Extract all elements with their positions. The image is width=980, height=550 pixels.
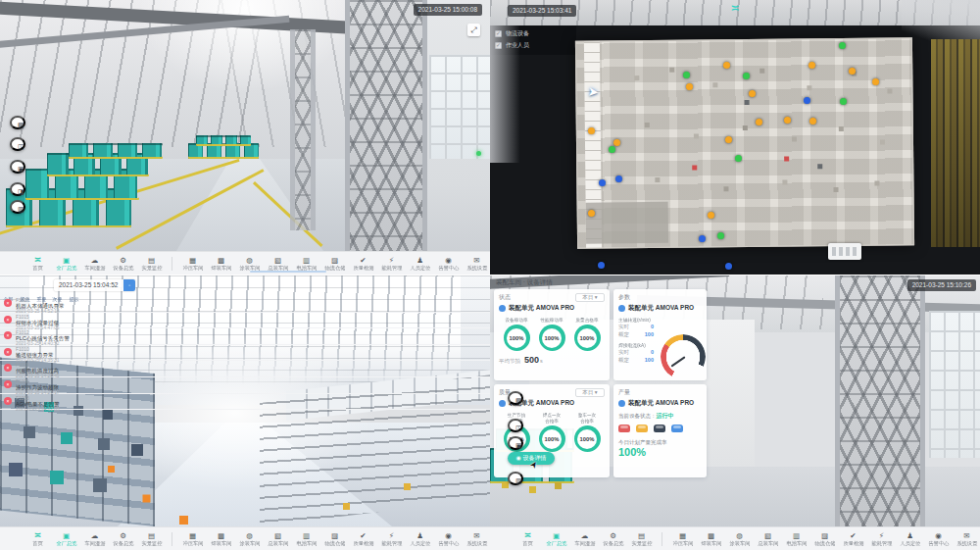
map-device-dot[interactable] bbox=[743, 73, 750, 79]
alarm-list-item[interactable]: × F1015 焊钳水冷流量过低 2021-03-25 14:47:06 bbox=[0, 313, 82, 329]
map-device-dot[interactable] bbox=[717, 232, 724, 239]
alarm-list-item[interactable]: × F1010 输送链张力异常 2021-03-25 14:35:31 bbox=[0, 345, 82, 362]
map-device-dot[interactable] bbox=[683, 72, 690, 78]
map-device-dot[interactable] bbox=[613, 139, 620, 146]
map-device-dot[interactable] bbox=[749, 90, 756, 97]
toolbar-item[interactable]: ◉ 告警中心 bbox=[924, 527, 953, 550]
toolbar-item[interactable]: ▧ 总装车间 bbox=[754, 527, 782, 550]
map-device-dot[interactable] bbox=[784, 117, 791, 124]
alarm-list-item[interactable]: × F1006 涂胶压力波动超限 2021-03-25 14:21:17 bbox=[0, 377, 82, 394]
map-device-dot[interactable] bbox=[809, 118, 816, 125]
fullscreen-button[interactable]: ⤢ bbox=[467, 24, 480, 36]
alarm-list-item[interactable]: × F1003 AGV电量不足告警 2021-03-25 14:12:03 bbox=[0, 394, 82, 411]
map-device-dot[interactable] bbox=[588, 210, 595, 217]
map-device-dot[interactable] bbox=[839, 42, 846, 49]
toolbar-item[interactable]: ▦ 冲压车间 bbox=[178, 252, 207, 275]
map-device-dot[interactable] bbox=[756, 119, 762, 125]
scene-marker-button[interactable]: ▤ bbox=[10, 116, 25, 129]
map-device-dot[interactable] bbox=[708, 212, 714, 219]
toolbar-scroll-indicator[interactable] bbox=[250, 271, 326, 273]
toolbar-item[interactable]: ✉ 系统设置 bbox=[953, 527, 980, 550]
scene-marker-button[interactable]: ◨ bbox=[10, 182, 25, 196]
toolbar-item[interactable] bbox=[166, 527, 178, 550]
toolbar-item[interactable]: ⚙ 设备总览 bbox=[109, 252, 137, 275]
toolbar-item[interactable]: ▤ 实景监控 bbox=[137, 527, 166, 550]
toolbar-item[interactable]: ♟ 人员定位 bbox=[406, 527, 434, 550]
toolbar-item[interactable]: ✔ 质量检测 bbox=[349, 252, 377, 275]
toolbar-item[interactable]: ▧ 总装车间 bbox=[264, 527, 292, 550]
toolbar-item[interactable]: ⚙ 设备总览 bbox=[599, 527, 627, 550]
map-device-dot[interactable] bbox=[599, 179, 606, 186]
toolbar-item[interactable]: ✔ 质量检测 bbox=[349, 527, 377, 550]
toolbar-item[interactable]: ▨ 物流仓储 bbox=[320, 527, 349, 550]
toolbar-item[interactable]: ≍ 首页 bbox=[514, 527, 542, 550]
toolbar-item[interactable]: ☁ 车间漫游 bbox=[80, 252, 109, 275]
map-device-dot[interactable] bbox=[588, 127, 595, 134]
toolbar-item[interactable]: ▩ 焊装车间 bbox=[207, 527, 235, 550]
toolbar-item[interactable]: ▨ 物流仓储 bbox=[810, 527, 839, 550]
toolbar-item-label: 电池车间 bbox=[296, 540, 317, 547]
toolbar-item[interactable]: ✔ 质量检测 bbox=[839, 527, 867, 550]
scene-marker-button[interactable]: ▣ bbox=[508, 436, 523, 450]
toolbar-item[interactable]: ⚡ 能耗管理 bbox=[867, 527, 896, 550]
alarm-list-item[interactable]: × F1017 机器人本体通讯异常 2021-03-25 14:52:18 bbox=[0, 296, 82, 313]
chip-mode-button[interactable]: ◦ bbox=[123, 279, 135, 291]
map-device-dot[interactable] bbox=[725, 263, 732, 270]
toolbar-item[interactable]: ◍ 涂装车间 bbox=[235, 527, 264, 550]
factory-floorplan[interactable] bbox=[575, 37, 914, 249]
map-device-dot[interactable] bbox=[723, 62, 730, 69]
toolbar-item[interactable]: ◉ 告警中心 bbox=[434, 252, 463, 275]
toolbar-item[interactable]: ◉ 告警中心 bbox=[434, 527, 463, 550]
map-device-dot[interactable] bbox=[686, 83, 693, 90]
toolbar-item[interactable]: ▥ 电池车间 bbox=[782, 527, 810, 550]
map-device-dot[interactable] bbox=[615, 175, 622, 182]
toolbar-item[interactable]: ✉ 系统设置 bbox=[463, 527, 490, 550]
period-select[interactable]: 本日 ▾ bbox=[575, 293, 605, 302]
toolbar-item[interactable]: ⚙ 设备总览 bbox=[109, 527, 137, 550]
map-device-dot[interactable] bbox=[849, 68, 856, 75]
scene-marker-button[interactable]: ▥ bbox=[10, 200, 25, 214]
toolbar-item[interactable]: ▦ 冲压车间 bbox=[668, 527, 697, 550]
mini-legend-panel[interactable] bbox=[828, 243, 861, 260]
alarm-list-item[interactable]: × F1008 伺服电机温度过高 2021-03-25 14:28:45 bbox=[0, 361, 82, 377]
toolbar-item[interactable]: ▥ 电池车间 bbox=[292, 527, 320, 550]
toolbar-item[interactable]: ⚡ 能耗管理 bbox=[377, 252, 406, 275]
toolbar-item[interactable]: ▩ 焊装车间 bbox=[697, 527, 725, 550]
camera-position-arrow[interactable]: ➤ bbox=[587, 83, 599, 99]
map-device-dot[interactable] bbox=[804, 97, 810, 104]
scene-marker-button[interactable]: ▤ bbox=[508, 391, 523, 405]
toolbar-item[interactable]: ▤ 实景监控 bbox=[137, 252, 166, 275]
alarm-time: 2021-03-25 14:12:03 bbox=[16, 407, 82, 412]
toolbar-item[interactable]: ◍ 涂装车间 bbox=[725, 527, 754, 550]
scene-marker-button[interactable]: ▥ bbox=[508, 472, 523, 485]
toolbar-item[interactable]: ▤ 实景监控 bbox=[627, 527, 656, 550]
toolbar-item[interactable]: ▦ 冲压车间 bbox=[178, 527, 207, 550]
toolbar-item[interactable]: ☁ 车间漫游 bbox=[570, 527, 599, 550]
toolbar-item[interactable] bbox=[166, 252, 178, 275]
toolbar-item[interactable]: ▩ 焊装车间 bbox=[207, 252, 235, 275]
toolbar-item[interactable]: ≍ 首页 bbox=[24, 252, 52, 275]
scene-marker-button[interactable]: ▣ bbox=[10, 160, 25, 174]
map-device-dot[interactable] bbox=[808, 62, 815, 69]
period-select[interactable]: 本日 ▾ bbox=[575, 388, 605, 397]
toolbar-item[interactable]: ▣ 全厂总览 bbox=[542, 527, 570, 550]
scene-marker-button[interactable]: ◫ bbox=[508, 419, 523, 432]
toolbar-item[interactable] bbox=[656, 527, 668, 550]
toolbar-item[interactable]: ♟ 人员定位 bbox=[896, 527, 924, 550]
alarm-list-item[interactable]: × F1012 PLC心跳信号丢失告警 2021-03-25 14:40:52 bbox=[0, 328, 82, 345]
map-device-dot[interactable] bbox=[735, 155, 742, 162]
map-device-dot[interactable] bbox=[725, 136, 732, 143]
toolbar-item[interactable]: ≍ 首页 bbox=[24, 527, 52, 550]
toolbar-item[interactable]: ✉ 系统设置 bbox=[463, 252, 490, 275]
map-device-dot[interactable] bbox=[872, 78, 879, 85]
toolbar-item[interactable]: ⚡ 能耗管理 bbox=[377, 527, 406, 550]
map-device-dot[interactable] bbox=[840, 98, 847, 105]
toolbar-item[interactable]: ♟ 人员定位 bbox=[406, 252, 434, 275]
map-device-dot[interactable] bbox=[609, 146, 615, 153]
toolbar-item[interactable]: ▣ 全厂总览 bbox=[52, 252, 80, 275]
toolbar-item[interactable]: ▣ 全厂总览 bbox=[52, 527, 80, 550]
map-device-dot[interactable] bbox=[699, 235, 706, 242]
map-device-dot[interactable] bbox=[598, 262, 605, 269]
scene-marker-button[interactable]: ◫ bbox=[10, 137, 25, 151]
toolbar-item[interactable]: ☁ 车间漫游 bbox=[80, 527, 109, 550]
